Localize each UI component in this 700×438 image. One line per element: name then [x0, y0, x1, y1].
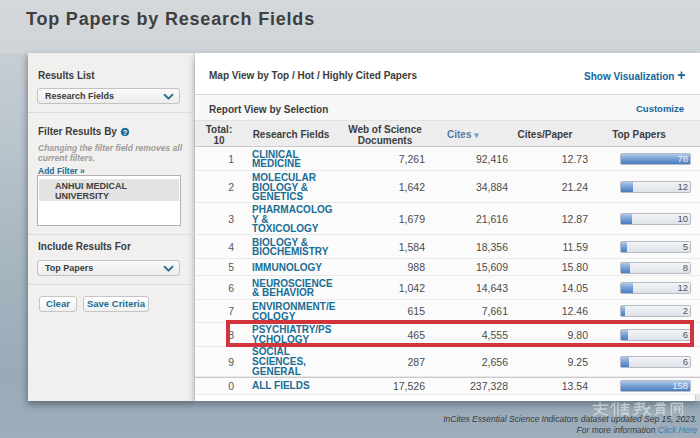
svg-text:?: ?	[122, 128, 127, 137]
